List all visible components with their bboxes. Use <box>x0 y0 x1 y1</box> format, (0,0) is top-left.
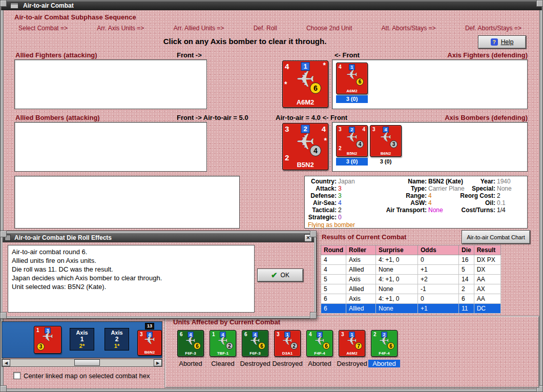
combat-message-listbox[interactable] <box>14 176 240 229</box>
cell-roller[interactable]: Axis <box>346 294 376 304</box>
col-surprise: Surprise <box>376 245 418 255</box>
cell-odds[interactable]: 0 <box>418 294 459 304</box>
info-label: Year: <box>456 178 495 185</box>
cell-round[interactable]: 6 <box>321 294 346 304</box>
stat-air-to-air: 2 <box>373 332 377 337</box>
map-unit-counter-b6n2[interactable]: 3 4 B6N2 <box>137 330 162 356</box>
scroll-left-button[interactable] <box>2 359 10 366</box>
cell-roller[interactable]: Allied <box>346 284 376 294</box>
stat-range-circle: 6 <box>194 342 201 349</box>
map-unit-counter[interactable]: 1 3 3 <box>34 326 61 354</box>
window-titlebar[interactable]: Air-to-air Combat <box>1 1 542 10</box>
cell-surprise[interactable]: None <box>376 265 418 275</box>
cell-round[interactable]: 6 <box>321 304 346 314</box>
cell-result[interactable]: DC <box>474 304 500 314</box>
unit-strength-caption[interactable]: 3 (0) <box>336 95 368 103</box>
cell-roller[interactable]: Axis <box>346 255 376 265</box>
cell-odds[interactable]: 0 <box>418 255 459 265</box>
cell-die[interactable]: 11 <box>459 304 474 314</box>
cell-surprise[interactable]: 4: +1, 0 <box>376 294 418 304</box>
unit-strength-caption[interactable]: 3 (0) <box>336 158 368 166</box>
unit-counter-d3a1[interactable]: 3 1 2 D3A1 <box>274 330 301 357</box>
unit-counter-tbf1[interactable]: 1 4 2 TBF-1 <box>210 330 236 357</box>
map-scrollbar[interactable] <box>2 359 162 367</box>
results-row[interactable]: 4Axis4: +1, 0016DX PX <box>321 255 501 265</box>
cell-surprise[interactable]: None <box>376 304 418 314</box>
frame-corner <box>536 0 543 7</box>
cell-die[interactable]: 16 <box>459 255 474 265</box>
allied-bombers-listbox[interactable] <box>14 122 207 172</box>
combat-chart-button-label: Air-to-air Combat Chart <box>467 234 525 240</box>
results-row[interactable]: 6Axis4: +1, 006AA <box>321 294 501 304</box>
scrollbar-track[interactable] <box>10 359 154 366</box>
cell-result[interactable]: AA <box>474 275 500 284</box>
cell-result[interactable]: AA <box>474 294 500 304</box>
axis-bombers-listbox[interactable]: 3 2 4 4 2 B5N2 3 (0) 3 4 3 B6N2 3 (0) <box>332 122 528 172</box>
unit-counter-b6n2[interactable]: 3 4 3 B6N2 <box>370 125 402 157</box>
cell-roller[interactable]: Allied <box>346 265 376 275</box>
center-map-checkbox[interactable] <box>13 372 20 379</box>
cell-odds[interactable]: +1 <box>418 304 459 314</box>
allied-fighters-listbox[interactable] <box>14 59 207 109</box>
stat-air-to-air: 1 <box>212 332 215 337</box>
unit-counter-a6m2-large[interactable]: 4 1 * * 6 A6M2 <box>282 60 328 108</box>
stat-air-to-air: 4 <box>339 65 342 70</box>
unit-counter-a6m2[interactable]: 4 1 6 A6M2 <box>336 63 368 94</box>
cell-die[interactable]: 2 <box>459 284 474 294</box>
ok-button[interactable]: OK <box>257 269 303 282</box>
stat-range-circle: 3 <box>390 140 398 148</box>
unit-counter-f4f4[interactable]: 2 2 6 F4F-4 <box>371 330 398 357</box>
cell-round[interactable]: 4 <box>321 265 346 275</box>
die-roll-messages: Air-to-air combat round 6. Allied units … <box>8 245 255 313</box>
unit-strength-caption[interactable]: 3 (0) <box>370 158 402 166</box>
unit-counter-b5n2-large[interactable]: 3 2 4 * 4 2 B5N2 <box>282 123 328 170</box>
unit-counter-f4f4[interactable]: 4 2 6 F4F-4 <box>306 330 333 357</box>
die-roll-dialog-titlebar[interactable]: Air-to-air Combat Die Roll Effects <box>3 233 314 242</box>
cell-surprise[interactable]: None <box>376 284 418 294</box>
stat-range-circle: 6 <box>356 78 364 86</box>
info-value-country: Japan <box>338 178 355 185</box>
mini-map[interactable]: 1 3 3 Axis 1 2* Axis 2 1* 3 4 B6N2 13 <box>2 321 162 358</box>
die-roll-message-line: Air-to-air combat round 6. <box>12 247 250 256</box>
scrollbar-thumb[interactable] <box>74 359 100 366</box>
info-value-airtransport: None <box>428 207 443 214</box>
cell-odds[interactable]: +2 <box>418 275 459 284</box>
results-row[interactable]: 4AlliedNone+15DX <box>321 265 501 275</box>
unit-name: F6F-3 <box>178 351 203 356</box>
results-row-selected[interactable]: 6AlliedNone+111DC <box>321 304 501 314</box>
cell-roller[interactable]: Axis <box>346 275 376 284</box>
cell-surprise[interactable]: 4: +1, 0 <box>376 275 418 284</box>
axis-2-marker[interactable]: Axis 2 1* <box>105 328 129 350</box>
cell-result[interactable]: DX PX <box>474 255 500 265</box>
cell-result[interactable]: AX <box>474 284 500 294</box>
stack-count-badge: 13 <box>145 323 154 329</box>
cell-odds[interactable]: +1 <box>418 265 459 275</box>
results-row[interactable]: 5Axis4: +1, 0+214AA <box>321 275 501 284</box>
cell-die[interactable]: 14 <box>459 275 474 284</box>
scroll-right-button[interactable] <box>154 359 162 366</box>
help-button[interactable]: Help <box>478 35 526 49</box>
unit-name: B5N2 <box>283 161 328 169</box>
cell-die[interactable]: 6 <box>459 294 474 304</box>
cell-round[interactable]: 4 <box>321 255 346 265</box>
unit-counter-a6m2[interactable]: 3 1 7 A6M2 <box>339 330 365 357</box>
unit-counter-f6f3[interactable]: 6 4 6 F6F-3 <box>242 330 268 357</box>
plane-icon <box>144 333 156 347</box>
step-defensive-roll: Def. Roll <box>254 25 277 32</box>
cell-surprise[interactable]: 4: +1, 0 <box>376 255 418 265</box>
unit-counter-f6f3[interactable]: 6 4 6 F6F-3 <box>177 330 204 357</box>
cell-roller[interactable]: Allied <box>346 304 376 314</box>
cell-result[interactable]: DX <box>474 265 500 275</box>
cell-die[interactable]: 5 <box>459 265 474 275</box>
axis-fighters-listbox[interactable]: 4 1 6 A6M2 3 (0) <box>332 59 528 109</box>
cell-odds[interactable]: -1 <box>418 284 459 294</box>
cell-round[interactable]: 5 <box>321 275 346 284</box>
stat-range-circle: 7 <box>355 342 362 349</box>
results-row[interactable]: 5AlliedNone-12AX <box>321 284 501 294</box>
cell-round[interactable]: 5 <box>321 284 346 294</box>
unit-counter-b5n2[interactable]: 3 2 4 4 2 B5N2 <box>336 125 368 157</box>
die-roll-message-line: Unit selected was: B5N2 (Kate). <box>12 282 250 291</box>
combat-chart-button[interactable]: Air-to-air Combat Chart <box>462 230 530 244</box>
step-arrange-allied: Arr. Allied Units => <box>174 25 224 32</box>
axis-1-marker[interactable]: Axis 1 2* <box>70 328 94 350</box>
